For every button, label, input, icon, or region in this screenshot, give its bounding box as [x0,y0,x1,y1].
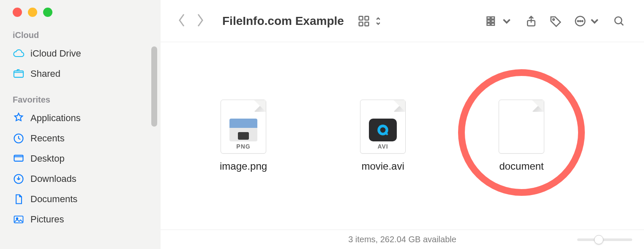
downloads-icon [13,173,25,185]
svg-rect-6 [359,16,363,20]
svg-rect-0 [14,71,23,77]
file-item-movie[interactable]: AVI movie.avi [360,100,406,172]
svg-point-17 [553,19,554,20]
preview-thumbnail-icon [229,119,257,141]
pictures-icon [13,214,25,225]
sidebar-item-desktop[interactable]: Desktop [0,149,161,169]
svg-point-19 [578,20,579,22]
status-bar: 3 items, 262.04 GB available [161,230,644,249]
grid-view-icon [357,15,370,27]
sidebar-scrollbar[interactable] [151,46,157,127]
sidebar-item-label: Pictures [30,214,64,225]
file-type-badge: AVI [377,143,388,153]
forward-button[interactable] [191,12,209,30]
group-icon [486,15,499,27]
sidebar-section-label-icloud: iCloud [0,27,161,43]
tags-button[interactable] [543,15,568,27]
sidebar-item-label: Documents [30,194,77,205]
icon-size-slider[interactable] [577,238,632,241]
back-button[interactable] [173,12,191,30]
cloud-icon [13,48,25,60]
svg-rect-8 [359,22,363,26]
sidebar-item-label: Desktop [30,153,65,164]
file-icon-png: PNG [221,100,266,154]
share-icon [525,15,538,27]
quicktime-thumbnail-icon [369,119,397,141]
file-icon-blank [499,100,544,154]
sidebar-item-label: Applications [30,113,81,124]
close-window-button[interactable] [13,8,22,17]
file-item-document[interactable]: document [499,100,544,172]
file-name-label: document [499,160,543,172]
sidebar-item-label: Recents [30,133,65,144]
ellipsis-circle-icon [574,15,587,27]
file-icon-avi: AVI [360,100,406,154]
file-name-label: movie.avi [361,160,404,172]
sidebar-item-downloads[interactable]: Downloads [0,169,161,189]
svg-rect-4 [14,216,23,223]
svg-point-20 [580,20,581,22]
file-type-badge: PNG [236,143,250,153]
status-text: 3 items, 262.04 GB available [348,235,456,244]
file-name-label: image.png [220,160,267,172]
maximize-window-button[interactable] [43,8,52,17]
applications-icon [13,112,25,124]
search-icon [613,15,625,27]
svg-rect-12 [487,23,491,25]
svg-rect-11 [487,20,491,22]
chevron-down-icon [588,15,601,27]
chevron-right-icon [194,12,205,29]
sidebar-section-label-favorites: Favorites [0,92,161,108]
up-down-chevron-icon [372,15,385,27]
window-controls [0,8,161,27]
recents-icon [13,133,25,144]
svg-rect-10 [487,17,491,19]
file-grid[interactable]: PNG image.png AVI movie.avi docume [161,42,644,230]
svg-rect-9 [365,22,368,26]
svg-rect-14 [491,20,495,22]
file-item-image[interactable]: PNG image.png [220,100,267,172]
svg-point-24 [380,127,386,133]
chevron-left-icon [177,12,188,29]
action-menu-button[interactable] [568,15,607,27]
svg-rect-15 [491,23,495,25]
tag-icon [549,15,562,27]
sidebar-item-documents[interactable]: Documents [0,189,161,209]
sidebar-item-label: Shared [30,68,60,79]
minimize-window-button[interactable] [28,8,37,17]
share-button[interactable] [519,15,543,27]
group-by-button[interactable] [480,15,519,27]
folder-title: FileInfo.com Example [222,14,344,28]
search-button[interactable] [607,15,631,27]
toolbar: FileInfo.com Example [161,0,644,42]
sidebar-item-recents[interactable]: Recents [0,128,161,149]
documents-icon [13,193,25,205]
sidebar-item-applications[interactable]: Applications [0,108,161,128]
svg-point-21 [582,20,583,22]
sidebar-item-label: Downloads [30,173,76,184]
svg-rect-13 [491,17,495,19]
sidebar-item-label: iCloud Drive [30,48,81,59]
slider-thumb[interactable] [594,235,603,244]
main-panel: FileInfo.com Example [161,0,644,249]
view-options-button[interactable] [352,15,390,27]
sidebar-item-icloud-drive[interactable]: iCloud Drive [0,43,161,64]
sidebar: iCloud iCloud Drive Shared Favorites App… [0,0,161,249]
chevron-down-icon [500,15,513,27]
sidebar-item-shared[interactable]: Shared [0,64,161,84]
svg-rect-7 [365,16,368,20]
desktop-icon [13,153,25,165]
svg-rect-2 [14,155,23,161]
shared-folder-icon [13,68,25,80]
sidebar-item-pictures[interactable]: Pictures [0,209,161,230]
